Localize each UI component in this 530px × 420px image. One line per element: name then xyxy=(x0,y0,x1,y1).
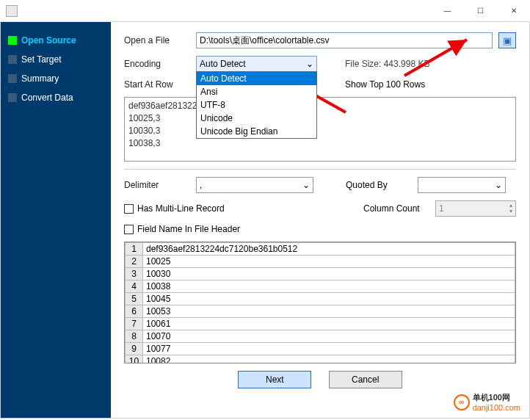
row-number: 7 xyxy=(126,318,143,330)
wizard-sidebar: Open Source Set Target Summary Convert D… xyxy=(1,22,111,418)
step-set-target[interactable]: Set Target xyxy=(1,50,111,69)
row-value: 10077 xyxy=(143,343,515,355)
preview-line: 10038,3 xyxy=(128,137,512,150)
cancel-button[interactable]: Cancel xyxy=(329,371,402,388)
file-size-text: File Size: 443.998 KB xyxy=(345,59,429,69)
table-row[interactable]: 510045 xyxy=(126,293,515,305)
encoding-option[interactable]: UTF-8 xyxy=(197,98,316,112)
step-indicator-icon xyxy=(8,93,17,102)
titlebar: — ☐ ✕ xyxy=(0,0,530,22)
header-label: Field Name In File Header xyxy=(137,224,240,234)
step-label: Summary xyxy=(21,73,59,84)
row-number: 2 xyxy=(126,256,143,268)
step-indicator-icon xyxy=(8,74,17,83)
encoding-selected: Auto Detect xyxy=(200,59,246,69)
row-number: 1 xyxy=(126,243,143,256)
step-open-source[interactable]: Open Source xyxy=(1,31,111,50)
minimize-button[interactable]: — xyxy=(431,0,464,22)
encoding-dropdown-list: Auto Detect Ansi UTF-8 Unicode Unicode B… xyxy=(196,71,317,139)
table-row[interactable]: 410038 xyxy=(126,280,515,293)
open-file-label: Open a File xyxy=(124,35,190,46)
table-row[interactable]: 1def936aef2813224dc7120be361b0512 xyxy=(126,243,515,256)
row-value: 10045 xyxy=(143,293,515,305)
table-row[interactable]: 610053 xyxy=(126,305,515,318)
step-convert-data[interactable]: Convert Data xyxy=(1,88,111,107)
row-value: 10038 xyxy=(143,280,515,293)
table-row[interactable]: 1010082 xyxy=(126,355,515,364)
preview-line: 10030,3 xyxy=(128,125,512,137)
quoted-dropdown[interactable]: ⌄ xyxy=(418,177,506,193)
show-top-label: Show Top 100 Rows xyxy=(345,79,425,90)
encoding-dropdown[interactable]: Auto Detect ⌄ Auto Detect Ansi UTF-8 Uni… xyxy=(196,56,317,72)
row-value: 10030 xyxy=(143,268,515,280)
multiline-checkbox[interactable]: Has Multi-Line Record xyxy=(124,203,225,214)
row-value: 10082 xyxy=(143,355,515,364)
colcount-value: 1 xyxy=(439,203,444,214)
encoding-option[interactable]: Auto Detect xyxy=(197,72,316,85)
row-number: 4 xyxy=(126,280,143,293)
watermark: ∞ 单机100网 danji100.com xyxy=(454,392,520,412)
file-path-input[interactable] xyxy=(196,32,493,48)
chevron-down-icon: ⌄ xyxy=(306,59,313,69)
close-button[interactable]: ✕ xyxy=(497,0,530,22)
chevron-down-icon: ⌄ xyxy=(302,180,310,190)
step-label: Set Target xyxy=(21,54,61,65)
step-indicator-icon xyxy=(8,55,17,64)
step-indicator-icon xyxy=(8,36,17,45)
encoding-option[interactable]: Unicode xyxy=(197,112,316,125)
preview-textarea[interactable]: def936aef2813224dc7120be361b0512 10025,3… xyxy=(124,97,516,162)
encoding-option[interactable]: Ansi xyxy=(197,85,316,98)
folder-icon: ▣ xyxy=(503,35,512,46)
multiline-label: Has Multi-Line Record xyxy=(137,203,225,214)
checkbox-icon xyxy=(124,204,134,214)
browse-button[interactable]: ▣ xyxy=(498,32,516,48)
row-value: 10053 xyxy=(143,305,515,318)
table-row[interactable]: 310030 xyxy=(126,268,515,280)
preview-line: 10025,3 xyxy=(128,112,512,125)
header-checkbox[interactable]: Field Name In File Header xyxy=(124,224,240,234)
watermark-logo-icon: ∞ xyxy=(454,394,470,410)
delimiter-label: Delimiter xyxy=(124,180,190,190)
data-grid[interactable]: 1def936aef2813224dc7120be361b05122100253… xyxy=(124,242,516,363)
step-label: Convert Data xyxy=(21,93,73,103)
step-label: Open Source xyxy=(21,35,76,46)
app-icon xyxy=(6,5,18,17)
chevron-down-icon: ⌄ xyxy=(495,180,502,190)
maximize-button[interactable]: ☐ xyxy=(464,0,497,22)
preview-line: def936aef2813224dc7120be361b0512 xyxy=(128,100,512,112)
row-number: 8 xyxy=(126,330,143,343)
row-value: 10061 xyxy=(143,318,515,330)
row-number: 6 xyxy=(126,305,143,318)
colcount-label: Column Count xyxy=(363,203,429,214)
row-number: 3 xyxy=(126,268,143,280)
spinner-arrows-icon: ▴▾ xyxy=(509,203,512,214)
table-row[interactable]: 910077 xyxy=(126,343,515,355)
encoding-option[interactable]: Unicode Big Endian xyxy=(197,125,316,138)
step-summary[interactable]: Summary xyxy=(1,69,111,88)
next-button[interactable]: Next xyxy=(238,371,311,388)
colcount-spinner[interactable]: 1 ▴▾ xyxy=(435,200,516,217)
row-number: 10 xyxy=(126,355,143,364)
row-value: def936aef2813224dc7120be361b0512 xyxy=(143,243,515,256)
row-value: 10070 xyxy=(143,330,515,343)
row-value: 10025 xyxy=(143,256,515,268)
row-number: 5 xyxy=(126,293,143,305)
encoding-label: Encoding xyxy=(124,59,190,69)
watermark-url: danji100.com xyxy=(473,403,520,412)
table-row[interactable]: 710061 xyxy=(126,318,515,330)
start-row-label: Start At Row xyxy=(124,79,190,90)
quoted-label: Quoted By xyxy=(346,180,412,190)
row-number: 9 xyxy=(126,343,143,355)
table-row[interactable]: 210025 xyxy=(126,256,515,268)
main-panel: Open a File ▣ Encoding Auto Detect ⌄ Aut… xyxy=(111,22,529,418)
table-row[interactable]: 810070 xyxy=(126,330,515,343)
delimiter-dropdown[interactable]: , ⌄ xyxy=(196,177,313,193)
delimiter-value: , xyxy=(200,180,202,190)
checkbox-icon xyxy=(124,225,134,234)
watermark-cn: 单机100网 xyxy=(473,392,520,403)
